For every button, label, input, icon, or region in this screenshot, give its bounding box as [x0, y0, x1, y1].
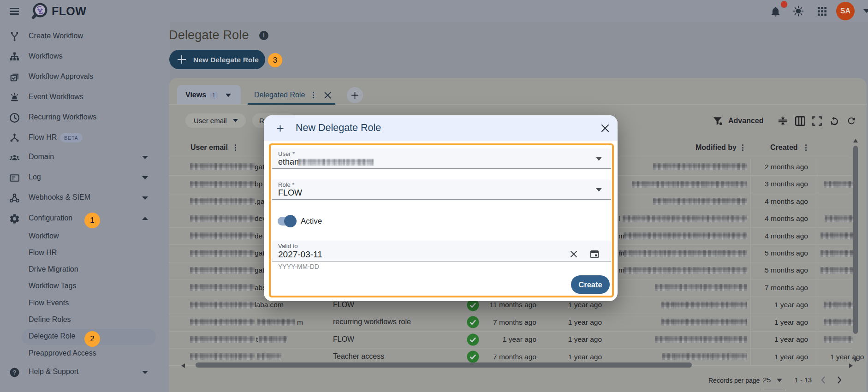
svg-text:?: ? [13, 369, 17, 376]
